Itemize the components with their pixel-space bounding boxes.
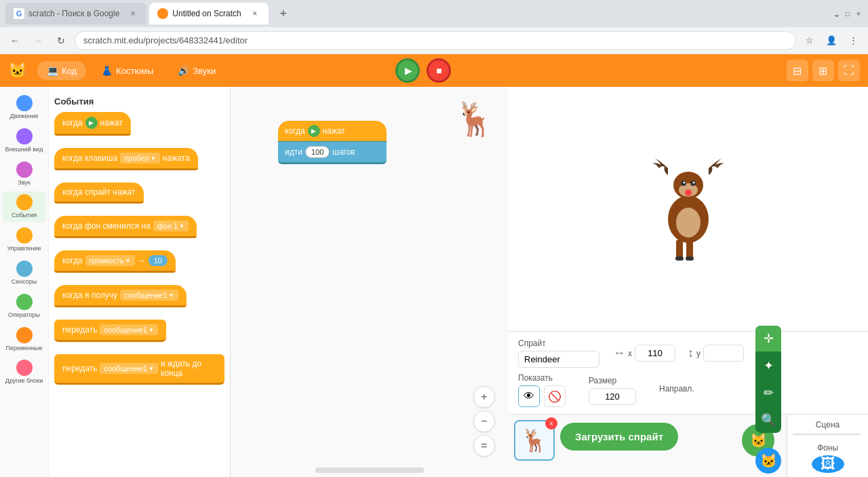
motion-label: Движение [10,113,39,120]
category-myblocks[interactable]: Другие блоки [3,357,46,387]
hide-button[interactable]: 🚫 [544,385,566,407]
category-control[interactable]: Управление [3,225,46,255]
block-message1-dropdown[interactable]: сообщение1 [120,290,178,301]
block-broadcast[interactable]: передать сообщение1 [54,320,166,342]
search-tool-button[interactable]: 🔍 [755,407,781,433]
block-key-dropdown[interactable]: пробел [120,153,159,164]
add-tool-button[interactable]: ✛ [755,326,781,351]
horizontal-scrollbar[interactable] [315,468,424,473]
block-when-key[interactable]: когда клавиша пробел нажата [54,148,198,170]
block-when-flag-text: когда [62,118,83,128]
maximize-button[interactable]: □ [844,9,852,18]
block-when-sprite[interactable]: когда спрайт нажат [54,183,144,204]
block-broadcast-wait[interactable]: передать сообщение1 и ждать до конца [54,354,224,385]
myblocks-dot [16,360,33,376]
y-coord-group: ↕ y [688,345,744,362]
menu-icon[interactable]: ⋮ [844,31,863,50]
right-panel: Спрайт ↔ x ↕ y По [509,87,868,477]
show-button[interactable]: 👁 [518,385,540,407]
scene-thumbnail[interactable] [793,434,861,435]
sprite-name-row: Спрайт ↔ x ↕ y [518,339,859,368]
script-flag-icon: ▶ [308,125,320,137]
pencil-tool-button[interactable]: ✏ [755,380,781,406]
flag-icon: ▶ [85,117,98,129]
block-when-flag[interactable]: когда ▶ нажат [54,112,131,136]
block-loudness-number[interactable]: 10 [149,255,167,266]
fullscreen-button[interactable]: ⛶ [838,60,860,81]
events-label: События [12,212,37,219]
direction-group: Направл. [659,384,694,396]
zoom-in-button[interactable]: + [473,386,495,408]
category-operators[interactable]: Операторы [3,291,46,322]
upload-sprite-button[interactable]: Загрузить спрайт [560,423,678,451]
block-bg-dropdown[interactable]: фон 1 [153,221,189,231]
new-tab-button[interactable]: + [274,4,293,23]
upload-btn-area: Загрузить спрайт [560,423,678,451]
tab-scratch-close[interactable]: × [250,8,260,19]
block-broadcast-wait-suffix: и ждать до конца [161,359,216,378]
y-input[interactable] [703,345,744,362]
categories-sidebar: Движение Внешний вид Звук События Управл… [0,87,49,477]
block-when-bg[interactable]: когда фон сменился на фон 1 [54,216,197,238]
category-variables[interactable]: Переменные [3,324,46,355]
minimize-button[interactable]: ⌄ [833,9,841,18]
zoom-reset-button[interactable]: = [473,435,495,457]
script-move-suffix: шагов [332,147,355,157]
block-when-bg-text: когда фон сменился на [62,221,151,231]
zoom-out-button[interactable]: − [473,411,495,432]
category-sound[interactable]: Звук [3,159,46,189]
costumes-icon: 👗 [101,65,113,76]
small-stage-button[interactable]: ⊟ [787,60,808,81]
scratch-toolbar: 🐱 💻 Код 👗 Костюмы 🔊 Звуки ⊟ ⊞ ⛶ [0,54,868,87]
address-input[interactable]: scratch.mit.edu/projects/648332441/edito… [75,31,796,50]
sprite-name-input[interactable] [518,351,599,368]
block-broadcast-dropdown[interactable]: сообщение1 [100,324,158,335]
x-input[interactable] [635,345,675,362]
block-when-key-text2: нажата [163,153,190,163]
scratch-cat-button[interactable]: 🐱 [755,448,781,474]
add-bg-icon: 🖼 [821,455,835,473]
script-move-text: идти [285,147,302,157]
sensing-label: Сенсоры [12,278,37,286]
category-motion[interactable]: Движение [3,92,46,123]
size-label: Размер [589,376,636,385]
add-background-button[interactable]: 🖼 [812,455,844,473]
bookmark-icon[interactable]: ☆ [800,31,819,50]
tab-costumes[interactable]: 👗 Костюмы [92,61,163,80]
big-stage-button[interactable]: ⊞ [812,60,834,81]
stage-area [509,87,868,331]
back-button[interactable]: ← [5,31,24,50]
sprite-list-item: 🦌 × [514,420,555,461]
forward-button[interactable]: → [28,31,47,50]
script-hat-block[interactable]: когда ▶ нажат [278,121,387,141]
block-broadcast-wait-dropdown[interactable]: сообщение1 [100,363,158,374]
close-button[interactable]: × [854,9,863,18]
tab-scratch[interactable]: Untitled on Scratch × [149,3,268,24]
bottom-area: 🦌 × Загрузить спрайт 🐱 Сцена [509,414,868,477]
category-events[interactable]: События [3,191,46,222]
reload-button[interactable]: ↻ [52,31,71,50]
block-when-receive[interactable]: когда я получу сообщение1 [54,285,186,307]
tab-google[interactable]: G scratch - Поиск в Google × [5,3,146,24]
sprite-delete-button[interactable]: × [545,417,557,430]
zoom-controls: + − = [473,386,495,457]
profile-icon[interactable]: 👤 [822,31,841,50]
sprite-thumb[interactable]: 🦌 × [514,420,555,461]
tab-code[interactable]: 💻 Код [37,61,86,80]
script-move-block[interactable]: идти 100 шагов [278,141,387,164]
category-looks[interactable]: Внешний вид [3,126,46,156]
green-flag-button[interactable] [395,58,420,83]
red-stop-button[interactable] [427,58,451,83]
block-loudness-dropdown[interactable]: громкость [85,255,135,266]
tab-costumes-label: Костюмы [116,66,153,76]
block-when-loudness[interactable]: когда громкость → 10 [54,250,176,273]
tab-google-close[interactable]: × [127,8,138,19]
x-arrow-icon: ↔ [613,346,625,360]
size-input[interactable] [589,388,636,405]
script-steps-input[interactable]: 100 [305,146,330,158]
scripts-area[interactable]: когда ▶ нажат идти 100 шагов 🦌 + − = [231,87,509,477]
sparkle-tool-button[interactable]: ✦ [755,353,781,379]
scratch-app: 🐱 💻 Код 👗 Костюмы 🔊 Звуки ⊟ ⊞ ⛶ [0,54,868,477]
tab-sounds[interactable]: 🔊 Звуки [168,61,225,80]
category-sensing[interactable]: Сенсоры [3,258,46,288]
